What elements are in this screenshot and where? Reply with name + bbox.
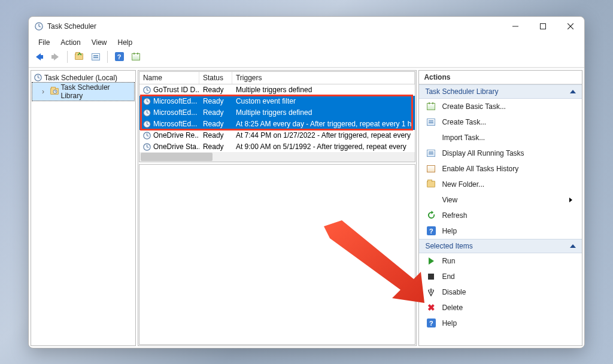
nav-back-button[interactable] — [32, 50, 45, 63]
actions-pane: Actions Task Scheduler Library Create Ba… — [418, 70, 582, 346]
task-status: Ready — [203, 86, 224, 94]
action-help-2[interactable]: ?Help — [419, 316, 582, 331]
column-triggers[interactable]: Triggers — [232, 72, 415, 84]
task-name: OneDrive Sta... — [153, 142, 199, 151]
table-row[interactable]: MicrosoftEd...ReadyCustom event filter — [139, 96, 415, 107]
task-pane: Name Status Triggers GoTrust ID D...Read… — [138, 70, 417, 346]
properties-button[interactable] — [89, 50, 102, 63]
table-row[interactable]: MicrosoftEd...ReadyAt 8:25 AM every day … — [139, 119, 415, 130]
action-label: Import Task... — [442, 134, 485, 142]
minimize-button[interactable] — [502, 17, 529, 36]
task-trigger: At 7:44 PM on 1/27/2022 - After triggere… — [236, 131, 411, 139]
task-trigger: At 9:00 AM on 5/1/1992 - After triggered… — [236, 142, 406, 151]
action-disable[interactable]: Disable — [419, 284, 582, 300]
tree-library[interactable]: › Task Scheduler Library — [32, 83, 134, 101]
table-row[interactable]: OneDrive Sta...ReadyAt 9:00 AM on 5/1/19… — [139, 141, 415, 152]
collapse-icon — [570, 90, 576, 93]
task-status: Ready — [203, 120, 224, 128]
action-help[interactable]: ?Help — [419, 223, 582, 239]
svg-rect-4 — [541, 23, 546, 29]
help-button[interactable]: ? — [113, 50, 126, 63]
actions-section-selected[interactable]: Selected Items — [419, 239, 582, 253]
task-table-header: Name Status Triggers — [139, 72, 415, 84]
action-end[interactable]: End — [419, 269, 582, 284]
action-display-running[interactable]: Display All Running Tasks — [419, 145, 582, 161]
action-label: Refresh — [442, 211, 467, 220]
maximize-button[interactable] — [529, 17, 557, 36]
window-title: Task Scheduler — [47, 22, 96, 31]
action-label: View — [442, 196, 457, 204]
task-scheduler-window: Task Scheduler File Action View Help ? — [28, 16, 585, 348]
task-name: MicrosoftEd... — [153, 97, 197, 105]
selected-actions-list: Run End Disable ✖Delete ?Help — [419, 253, 582, 331]
task-name: MicrosoftEd... — [153, 120, 197, 128]
action-label: End — [442, 272, 454, 281]
column-status[interactable]: Status — [199, 72, 232, 84]
refresh-icon — [426, 211, 436, 220]
delete-icon: ✖ — [426, 303, 436, 313]
action-new-folder[interactable]: New Folder... — [419, 177, 582, 192]
task-status: Ready — [203, 97, 224, 105]
tree-library-label: Task Scheduler Library — [61, 83, 132, 100]
menu-help[interactable]: Help — [113, 37, 138, 48]
clock-icon — [35, 22, 43, 31]
clock-icon — [34, 74, 42, 81]
history-icon — [427, 165, 435, 172]
action-delete[interactable]: ✖Delete — [419, 300, 582, 316]
actions-section-library[interactable]: Task Scheduler Library — [419, 84, 582, 99]
expand-icon[interactable]: › — [42, 87, 48, 96]
close-button[interactable] — [557, 17, 584, 36]
task-table-body: GoTrust ID D...ReadyMultiple triggers de… — [139, 84, 415, 152]
action-import-task[interactable]: Import Task... — [419, 130, 582, 145]
folder-icon — [50, 88, 59, 95]
library-actions-list: Create Basic Task... Create Task... Impo… — [419, 99, 582, 239]
action-label: New Folder... — [442, 180, 484, 189]
folder-icon — [427, 181, 435, 187]
toolbar: ? — [29, 49, 584, 68]
menubar: File Action View Help — [29, 36, 584, 49]
action-view-submenu[interactable]: View — [419, 192, 582, 208]
menu-view[interactable]: View — [87, 37, 112, 48]
up-folder-button[interactable] — [72, 50, 86, 63]
svg-marker-8 — [51, 53, 59, 60]
task-table: Name Status Triggers GoTrust ID D...Read… — [139, 71, 415, 162]
action-label: Delete — [442, 304, 463, 312]
task-name: MicrosoftEd... — [153, 108, 197, 117]
toolbar-separator — [107, 51, 108, 63]
task-status: Ready — [203, 142, 224, 151]
horizontal-scrollbar[interactable] — [139, 152, 415, 162]
calendar-button[interactable] — [129, 50, 142, 63]
chevron-right-icon — [569, 198, 572, 202]
calendar-icon — [427, 103, 435, 110]
action-run[interactable]: Run — [419, 253, 582, 269]
menu-action[interactable]: Action — [56, 37, 85, 48]
actions-section-selected-label: Selected Items — [425, 242, 472, 250]
action-create-basic-task[interactable]: Create Basic Task... — [419, 99, 582, 114]
task-trigger: At 8:25 AM every day - After triggered, … — [236, 120, 411, 128]
blank-icon — [426, 195, 436, 205]
task-status: Ready — [203, 131, 224, 139]
tree-root-label: Task Scheduler (Local) — [44, 74, 117, 82]
table-row[interactable]: MicrosoftEd...ReadyMultiple triggers def… — [139, 107, 415, 119]
table-row[interactable]: GoTrust ID D...ReadyMultiple triggers de… — [139, 84, 415, 96]
column-name[interactable]: Name — [139, 72, 199, 84]
menu-file[interactable]: File — [34, 37, 54, 48]
task-details-panel — [139, 164, 415, 345]
action-label: Create Basic Task... — [442, 102, 506, 111]
action-enable-history[interactable]: Enable All Tasks History — [419, 161, 582, 177]
content-area: Task Scheduler (Local) › Task Scheduler … — [29, 68, 584, 348]
action-label: Run — [442, 257, 455, 265]
action-label: Display All Running Tasks — [442, 149, 524, 157]
action-refresh[interactable]: Refresh — [419, 208, 582, 223]
nav-forward-button[interactable] — [49, 50, 62, 63]
actions-title: Actions — [419, 71, 582, 84]
help-icon: ? — [427, 318, 436, 327]
tree-root[interactable]: Task Scheduler (Local) — [32, 73, 134, 83]
table-row[interactable]: OneDrive Re...ReadyAt 7:44 PM on 1/27/20… — [139, 130, 415, 141]
task-trigger: Multiple triggers defined — [236, 108, 312, 117]
task-name: OneDrive Re... — [153, 131, 199, 139]
scrollbar-thumb[interactable] — [141, 153, 213, 161]
task-trigger: Multiple triggers defined — [236, 86, 312, 94]
task-trigger: Custom event filter — [236, 97, 296, 105]
action-create-task[interactable]: Create Task... — [419, 114, 582, 130]
